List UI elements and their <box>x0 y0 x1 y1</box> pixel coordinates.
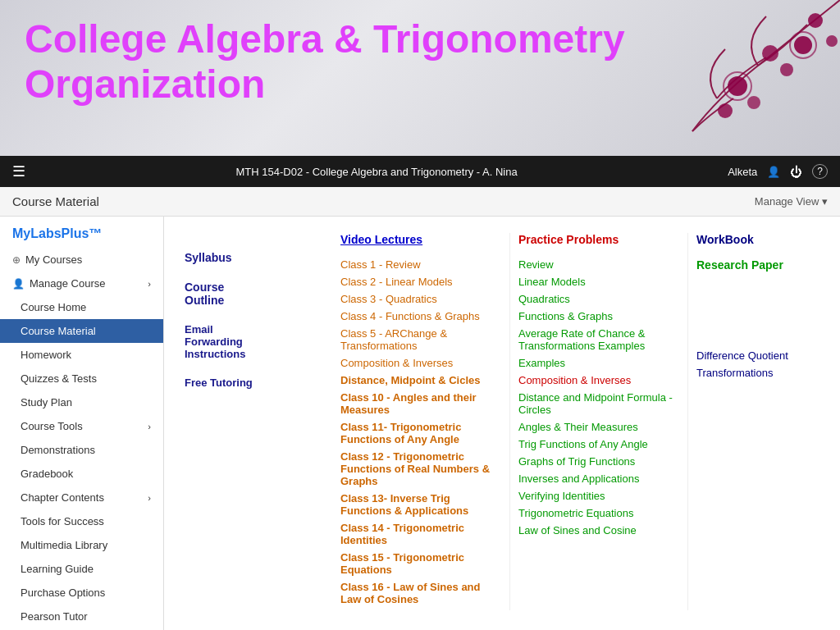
sidebar-item-tools-for-success[interactable]: Tools for Success <box>0 509 163 533</box>
video-class1[interactable]: Class 1 - Review <box>340 258 501 271</box>
video-class11[interactable]: Class 11- Trigonometric Functions of Any… <box>340 421 501 445</box>
video-class13[interactable]: Class 13- Inverse Trig Functions & Appli… <box>340 492 501 517</box>
video-class3[interactable]: Class 3 - Quadratics <box>340 293 501 305</box>
manage-icon: 👤 <box>12 278 25 290</box>
content-grid: Syllabus CourseOutline EmailForwardingIn… <box>185 233 819 610</box>
sub-nav: Course Material Manage View ▾ <box>0 187 840 217</box>
practice-trig-functions[interactable]: Trig Functions of Any Angle <box>518 438 679 450</box>
help-icon[interactable]: ? <box>812 164 828 179</box>
sidebar-item-multimedia-library[interactable]: Multimedia Library <box>0 533 163 557</box>
sidebar-label-course-tools: Course Tools <box>21 420 83 432</box>
sidebar-item-course-tools[interactable]: Course Tools › <box>0 414 163 438</box>
sidebar-item-quizzes-tests[interactable]: Quizzes & Tests <box>0 367 163 390</box>
practice-average-rate[interactable]: Average Rate of Chance & Transformations… <box>518 327 679 352</box>
workbook-header: WorkBook <box>696 233 811 250</box>
main-layout: MyLabsPlus™ ⊕ My Courses 👤 Manage Course… <box>0 217 840 630</box>
sidebar-item-chapter-contents[interactable]: Chapter Contents › <box>0 486 163 509</box>
power-icon[interactable]: ⏻ <box>790 165 802 179</box>
top-nav-right: Alketa 👤 ⏻ ? <box>728 164 828 179</box>
free-tutoring-label: Free Tutoring <box>185 377 320 389</box>
email-forwarding-item: EmailForwardingInstructions <box>185 323 320 360</box>
sidebar-label-course-home: Course Home <box>21 301 86 313</box>
hamburger-menu[interactable]: ☰ <box>12 162 25 180</box>
chapter-contents-arrow: › <box>148 493 151 503</box>
page-title: Course Material <box>12 194 99 208</box>
sidebar-label-course-material: Course Material <box>21 325 96 337</box>
sidebar-label-purchase-options: Purchase Options <box>21 587 105 599</box>
practice-graphs-trig[interactable]: Graphs of Trig Functions <box>518 455 679 468</box>
sidebar-item-course-material[interactable]: Course Material <box>0 319 163 343</box>
wb-transformations[interactable]: Transformations <box>696 367 811 379</box>
practice-examples[interactable]: Examples <box>518 357 679 369</box>
course-outline-item[interactable]: CourseOutline <box>185 281 320 307</box>
sidebar-label-tools-for-success: Tools for Success <box>21 515 104 527</box>
banner: College Algebra & Trigonometry Organizat… <box>0 0 840 156</box>
sidebar-item-demonstrations[interactable]: Demonstrations <box>0 438 163 462</box>
sidebar-item-manage-course[interactable]: 👤 Manage Course › <box>0 272 163 295</box>
sidebar-label-learning-guide: Learning Guide <box>21 563 94 575</box>
practice-problems-header: Practice Problems <box>518 233 679 250</box>
manage-view-button[interactable]: Manage View ▾ <box>755 195 828 208</box>
sidebar-label-chapter-contents: Chapter Contents <box>21 491 104 504</box>
sidebar-item-purchase-options[interactable]: Purchase Options <box>0 581 163 605</box>
video-composition[interactable]: Composition & Inverses <box>340 357 501 369</box>
courses-icon: ⊕ <box>12 254 21 266</box>
sidebar-item-learning-guide[interactable]: Learning Guide <box>0 557 163 581</box>
svg-point-6 <box>826 35 838 47</box>
video-class5[interactable]: Class 5 - ARChange &Transformations <box>340 327 501 352</box>
sidebar-item-my-courses[interactable]: ⊕ My Courses <box>0 248 163 272</box>
sidebar-label-demonstrations: Demonstrations <box>21 444 95 456</box>
course-outline-label: CourseOutline <box>185 281 320 307</box>
sidebar-label-manage-course: Manage Course <box>30 277 106 290</box>
user-name: Alketa <box>728 166 757 178</box>
left-column: Syllabus CourseOutline EmailForwardingIn… <box>185 233 332 610</box>
video-class10[interactable]: Class 10 - Angles and their Measures <box>340 391 501 416</box>
practice-inverses[interactable]: Inverses and Applications <box>518 472 679 485</box>
video-class2[interactable]: Class 2 - Linear Models <box>340 276 501 288</box>
sidebar-label-homework: Homework <box>21 349 71 361</box>
course-tools-arrow: › <box>148 422 151 431</box>
practice-problems-column: Practice Problems Review Linear Models Q… <box>510 233 688 610</box>
video-class4[interactable]: Class 4 - Functions & Graphs <box>340 310 501 322</box>
research-paper-header: Research Paper <box>696 258 811 276</box>
sidebar-item-pearson-tutor[interactable]: Pearson Tutor <box>0 605 163 628</box>
user-icon[interactable]: 👤 <box>767 166 780 178</box>
video-lectures-header: Video Lectures <box>340 233 501 250</box>
arrow-icon: › <box>148 279 151 289</box>
practice-composition[interactable]: Composition & Inverses <box>518 374 679 386</box>
practice-trig-eq[interactable]: Trigonometric Equations <box>518 507 679 519</box>
video-lectures-column: Video Lectures Class 1 - Review Class 2 … <box>332 233 510 610</box>
sidebar-item-course-home[interactable]: Course Home <box>0 295 163 319</box>
sidebar-item-study-plan[interactable]: Study Plan <box>0 390 163 414</box>
sidebar-item-homework[interactable]: Homework <box>0 343 163 367</box>
sidebar-label-quizzes-tests: Quizzes & Tests <box>21 372 97 385</box>
sidebar-label-study-plan: Study Plan <box>21 396 72 409</box>
wb-difference-quotient[interactable]: Difference Quotient <box>696 349 811 362</box>
sidebar-label-multimedia-library: Multimedia Library <box>21 539 107 551</box>
syllabus-label: Syllabus <box>185 251 320 264</box>
workbook-column: WorkBook Research Paper Difference Quoti… <box>688 233 819 610</box>
syllabus-item[interactable]: Syllabus <box>185 251 320 264</box>
sidebar-label-my-courses: My Courses <box>25 253 82 266</box>
sidebar-label-pearson-tutor: Pearson Tutor <box>21 610 88 623</box>
course-title: MTH 154-D02 - College Algebra and Trigon… <box>25 166 728 178</box>
email-forwarding-label: EmailForwardingInstructions <box>185 323 320 360</box>
video-class12[interactable]: Class 12 - Trigonometric Functions of Re… <box>340 450 501 487</box>
practice-functions[interactable]: Functions & Graphs <box>518 310 679 322</box>
video-class15[interactable]: Class 15 - Trigonometric Equations <box>340 551 501 576</box>
practice-distance[interactable]: Distance and Midpoint Formula - Circles <box>518 391 679 416</box>
practice-angles[interactable]: Angles & Their Measures <box>518 421 679 433</box>
sidebar-item-gradebook[interactable]: Gradebook <box>0 462 163 486</box>
free-tutoring-item: Free Tutoring <box>185 377 320 389</box>
sidebar: MyLabsPlus™ ⊕ My Courses 👤 Manage Course… <box>0 217 164 630</box>
video-distance[interactable]: Distance, Midpoint & Cicles <box>340 374 501 386</box>
video-class14[interactable]: Class 14 - Trigonometric Identities <box>340 522 501 546</box>
top-nav: ☰ MTH 154-D02 - College Algebra and Trig… <box>0 156 840 187</box>
video-class16[interactable]: Class 16 - Law of Sines and Law of Cosin… <box>340 581 501 605</box>
banner-title: College Algebra & Trigonometry Organizat… <box>25 16 815 107</box>
practice-verifying[interactable]: Verifying Identities <box>518 490 679 502</box>
practice-review[interactable]: Review <box>518 258 679 271</box>
practice-law-sines[interactable]: Law of Sines and Cosine <box>518 524 679 536</box>
practice-quadratics[interactable]: Quadratics <box>518 293 679 305</box>
practice-linear[interactable]: Linear Models <box>518 276 679 288</box>
